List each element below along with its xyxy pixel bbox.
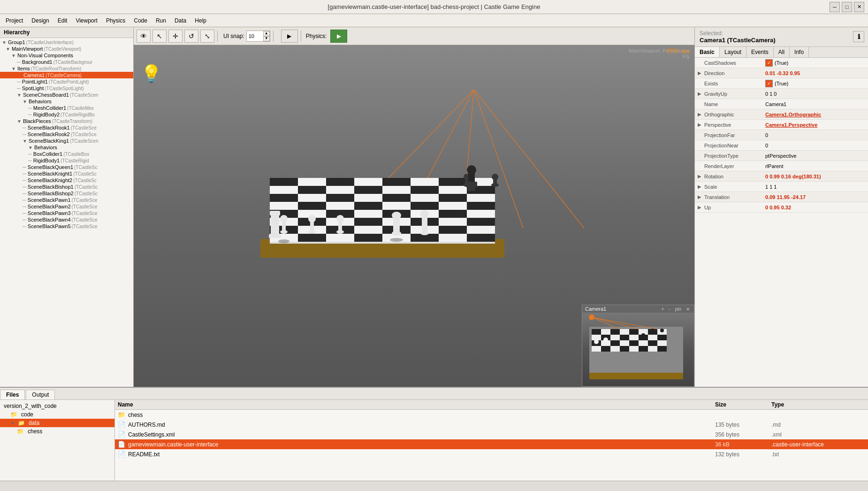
prop-expand-1[interactable]: ▶ xyxy=(698,70,703,76)
rotate-button[interactable]: ↺ xyxy=(184,30,198,43)
prop-row-2[interactable]: Exists✓(True) xyxy=(695,78,868,89)
prop-expand-11[interactable]: ▶ xyxy=(698,174,703,179)
file-row-3[interactable]: 📄gameviewmain.castle-user-interface36 kB… xyxy=(115,439,868,449)
prop-row-14[interactable]: ▶Up0 0.95 0.32 xyxy=(695,202,868,213)
tab-info[interactable]: Info xyxy=(790,47,809,57)
prop-row-12[interactable]: ▶Scale1 1 1 xyxy=(695,182,868,192)
tree-item-11[interactable]: ─RigidBody2 (TCastleRigidBo xyxy=(0,111,133,118)
snap-up[interactable]: ▲ xyxy=(263,31,270,36)
tree-item-17[interactable]: ─BoxCollider1 (TCastleBox xyxy=(0,151,133,157)
menu-data[interactable]: Data xyxy=(171,16,190,25)
tree-item-22[interactable]: ─SceneBlackBishop1 (TCastleSc xyxy=(0,184,133,190)
tree-item-4[interactable]: ▼Items (TCastleRootTransform) xyxy=(0,65,133,72)
tree-item-28[interactable]: ─SceneBlackPawn5 (TCastleSce xyxy=(0,223,133,230)
menu-physics[interactable]: Physics xyxy=(102,16,129,25)
tree-item-1[interactable]: ▼MainViewport (TCastleViewport) xyxy=(0,46,133,52)
file-row-2[interactable]: 📄CastleSettings.xml356 bytes.xml xyxy=(115,430,868,439)
prop-checkbox-0[interactable]: ✓ xyxy=(765,59,773,67)
tree-item-7[interactable]: ─SpotLight (TCastleSpotLight) xyxy=(0,85,133,92)
snap-spinner[interactable]: ▲ ▼ xyxy=(263,31,270,41)
camera-viewport-controls[interactable]: + - pin ✕ xyxy=(660,307,691,312)
info-button[interactable]: ℹ xyxy=(853,31,864,42)
prop-value-5[interactable]: Camera1.Orthographic xyxy=(765,112,865,117)
tree-item-24[interactable]: ─SceneBlackPawn1 (TCastleSce xyxy=(0,197,133,203)
tree-item-26[interactable]: ─SceneBlackPawn3 (TCastleSce xyxy=(0,210,133,216)
tree-item-5[interactable]: Camera1 (TCastleCamera) xyxy=(0,72,133,78)
move-button[interactable]: ✛ xyxy=(168,30,183,43)
tree-item-19[interactable]: ─SceneBlackQueen1 (TCastleSc xyxy=(0,164,133,170)
prop-row-7[interactable]: ProjectionFar0 xyxy=(695,130,868,140)
tab-all[interactable]: All xyxy=(774,47,790,57)
file-tree-item-0[interactable]: version_2_with_code xyxy=(0,402,114,410)
prop-expand-13[interactable]: ▶ xyxy=(698,194,703,199)
cam-minus-btn[interactable]: - xyxy=(667,307,671,312)
file-tree-item-3[interactable]: 📁chess xyxy=(0,427,114,436)
menu-project[interactable]: Project xyxy=(2,16,27,25)
prop-row-11[interactable]: ▶Rotation0 0.99 0.16 deg(180.31) xyxy=(695,171,868,182)
prop-expand-12[interactable]: ▶ xyxy=(698,184,703,189)
menu-viewport[interactable]: Viewport xyxy=(72,16,101,25)
tree-item-21[interactable]: ─SceneBlackKnight2 (TCastleSc xyxy=(0,177,133,184)
tab-layout[interactable]: Layout xyxy=(720,47,746,57)
prop-checkbox-2[interactable]: ✓ xyxy=(765,80,773,87)
tab-basic[interactable]: Basic xyxy=(695,47,720,57)
tree-item-2[interactable]: ▼Non-Visual Components xyxy=(0,52,133,59)
close-button[interactable]: ✕ xyxy=(854,2,864,12)
menu-run[interactable]: Run xyxy=(152,16,170,25)
file-row-0[interactable]: 📁chess xyxy=(115,410,868,420)
tree-item-27[interactable]: ─SceneBlackPawn4 (TCastleSce xyxy=(0,216,133,223)
physics-play-button[interactable]: ▶ xyxy=(330,30,347,43)
tab-files[interactable]: Files xyxy=(0,390,25,399)
tree-item-23[interactable]: ─SceneBlackBishop2 (TCastleSc xyxy=(0,190,133,197)
menu-help[interactable]: Help xyxy=(191,16,210,25)
cam-plus-btn[interactable]: + xyxy=(660,307,665,312)
tab-output[interactable]: Output xyxy=(26,390,55,399)
prop-expand-6[interactable]: ▶ xyxy=(698,122,703,127)
prop-row-1[interactable]: ▶Direction0.01 -0.32 0.95 xyxy=(695,68,868,78)
viewport-area[interactable]: 💡 xyxy=(134,45,694,387)
file-row-1[interactable]: 📄AUTHORS.md135 bytes.md xyxy=(115,420,868,430)
prop-row-8[interactable]: ProjectionNear0 xyxy=(695,140,868,151)
prop-row-4[interactable]: NameCamera1 xyxy=(695,99,868,109)
maximize-button[interactable]: □ xyxy=(842,2,852,12)
tree-item-20[interactable]: ─SceneBlackKnight1 (TCastleSc xyxy=(0,170,133,177)
tab-events[interactable]: Events xyxy=(746,47,774,57)
tree-item-0[interactable]: ▼Group1 (TCastleUserInterface) xyxy=(0,39,133,46)
play-button[interactable]: ▶ xyxy=(281,30,298,43)
menu-code[interactable]: Code xyxy=(130,16,151,25)
tree-item-10[interactable]: ─MeshCollider1 (TCastleMes xyxy=(0,105,133,111)
snap-input[interactable] xyxy=(247,31,263,41)
prop-expand-14[interactable]: ▶ xyxy=(698,205,703,210)
file-tree-item-2[interactable]: ▼📁data xyxy=(0,419,114,427)
tree-item-15[interactable]: ▼SceneBlackKing1 (TCastleScen xyxy=(0,138,133,144)
prop-row-10[interactable]: RenderLayerrlParent xyxy=(695,161,868,171)
prop-row-13[interactable]: ▶Translation0.09 11.95 -24.17 xyxy=(695,192,868,202)
prop-row-9[interactable]: ProjectionTypeptPerspective xyxy=(695,151,868,161)
menu-edit[interactable]: Edit xyxy=(54,16,71,25)
tree-item-8[interactable]: ▼SceneChessBoard1 (TCastleScen xyxy=(0,92,133,98)
prop-expand-3[interactable]: ▶ xyxy=(698,91,703,96)
menu-design[interactable]: Design xyxy=(28,16,53,25)
tree-item-13[interactable]: ─SceneBlackRook1 (TCastleSce xyxy=(0,124,133,131)
prop-row-6[interactable]: ▶PerspectiveCamera1.Perspective xyxy=(695,120,868,130)
tree-item-12[interactable]: ▼BlackPieces (TCastleTransform) xyxy=(0,118,133,124)
file-tree-item-1[interactable]: 📁code xyxy=(0,410,114,419)
prop-value-6[interactable]: Camera1.Perspective xyxy=(765,122,865,128)
tree-item-9[interactable]: ▼Behaviors xyxy=(0,98,133,105)
snap-input-group[interactable]: ▲ ▼ xyxy=(246,31,270,42)
tree-item-25[interactable]: ─SceneBlackPawn2 (TCastleSce xyxy=(0,203,133,210)
cursor-button[interactable]: ↖ xyxy=(152,30,167,43)
file-row-4[interactable]: 📄README.txt132 bytes.txt xyxy=(115,449,868,459)
tree-item-6[interactable]: ─PointLight1 (TCastlePointLight) xyxy=(0,78,133,85)
scale-button[interactable]: ⤡ xyxy=(200,30,214,43)
cam-pin-btn[interactable]: pin xyxy=(674,307,683,312)
prop-row-3[interactable]: ▶GravityUp0 1 0 xyxy=(695,89,868,99)
eye-button[interactable]: 👁 xyxy=(137,30,151,43)
tree-item-18[interactable]: ─RigidBody1 (TCastleRigid xyxy=(0,157,133,164)
minimize-button[interactable]: ─ xyxy=(830,2,840,12)
tree-item-14[interactable]: ─SceneBlackRook2 (TCastleSce xyxy=(0,131,133,138)
prop-row-0[interactable]: CastShadows✓(True) xyxy=(695,58,868,68)
snap-down[interactable]: ▼ xyxy=(263,36,270,41)
tree-item-3[interactable]: ─Background1 (TCastleBackgrour xyxy=(0,59,133,65)
prop-row-5[interactable]: ▶OrthographicCamera1.Orthographic xyxy=(695,109,868,120)
